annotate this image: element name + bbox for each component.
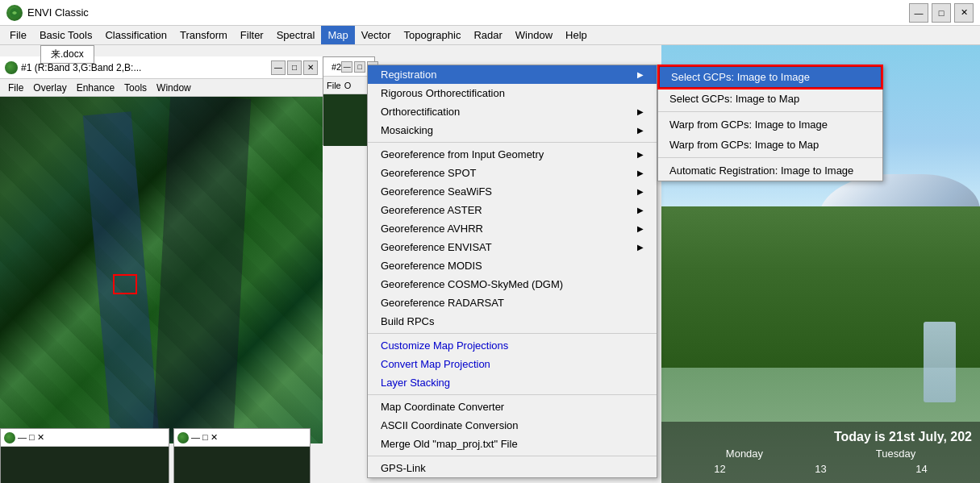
win1-menu-enhance[interactable]: Enhance [72,81,119,94]
maximize-button[interactable]: □ [932,3,951,23]
map-menu-coord-converter[interactable]: Map Coordinate Converter [368,398,657,416]
cal-num-12: 12 [714,463,725,475]
map-menu-georeference-modis[interactable]: Georeference MODIS [368,256,657,275]
map-menu-georeference-avhrr[interactable]: Georeference AVHRR ▶ [368,219,657,238]
docx-tab[interactable]: 来.docx [40,45,94,64]
menu-map[interactable]: Map [321,26,354,44]
mini-win2-icon [177,432,189,443]
map-menu-customize-projections[interactable]: Customize Map Projections [368,336,657,355]
window2-title: #2 [332,62,341,72]
geo-envisat-arrow: ▶ [637,243,644,252]
geo-input-arrow: ▶ [637,150,644,159]
win1-maximize[interactable]: □ [287,60,302,75]
mini-win2-title: — □ ✕ [191,432,218,443]
cal-num-13: 13 [815,463,826,475]
menu-classification[interactable]: Classification [98,26,173,44]
menu-help[interactable]: Help [559,26,594,44]
mini-win1-content [1,447,169,483]
date-text: Today is 21st July, 202 [669,430,972,444]
sep-3 [368,394,657,395]
cal-monday-label: Monday [726,448,763,460]
cal-monday: Monday [726,448,763,460]
calendar-days-row: Monday Tuesday [669,448,972,460]
menu-filter[interactable]: Filter [234,26,270,44]
window1-icon [5,61,18,74]
menu-vector[interactable]: Vector [355,26,398,44]
registration-arrow: ▶ [637,70,644,79]
reg-warp-gcps-map[interactable]: Warp from GCPs: Image to Map [658,135,882,155]
map-menu-registration[interactable]: Registration ▶ [368,65,657,84]
title-bar-controls: — □ ✕ [909,3,974,23]
window1-controls: — □ ✕ [271,60,318,75]
close-button[interactable]: ✕ [954,3,974,23]
mini-win2-titlebar: — □ ✕ [174,429,310,447]
map-menu-convert-projection[interactable]: Convert Map Projection [368,355,657,373]
map-menu-gps-link[interactable]: GPS-Link [368,459,657,477]
map-menu-mosaicking[interactable]: Mosaicking ▶ [368,121,657,139]
map-menu-merge-old[interactable]: Merge Old "map_proj.txt" File [368,435,657,453]
map-menu-georeference-envisat[interactable]: Georeference ENVISAT ▶ [368,238,657,256]
mini-win1-titlebar: — □ ✕ [1,429,169,447]
map-menu-georeference-spot[interactable]: Georeference SPOT ▶ [368,164,657,182]
win1-menu-overlay[interactable]: Overlay [28,81,71,94]
menu-file[interactable]: File [3,26,33,44]
calendar-numbers-row: 12 13 14 [669,463,972,475]
waterfall [924,322,956,402]
map-menu-georeference-seawifs[interactable]: Georeference SeaWiFS ▶ [368,182,657,201]
menu-topographic[interactable]: Topographic [398,26,468,44]
win2-maximize[interactable]: □ [354,61,365,73]
win1-menu-file[interactable]: File [3,81,28,94]
mini-window-1: — □ ✕ [0,428,169,483]
sep-2 [368,333,657,334]
main-menu-bar: File Basic Tools Classification Transfor… [0,26,980,45]
menu-radar[interactable]: Radar [467,26,508,44]
map-menu-georeference-radarsat[interactable]: Georeference RADARSAT [368,294,657,312]
menu-basic-tools[interactable]: Basic Tools [33,26,99,44]
map-menu-build-rpcs[interactable]: Build RPCs [368,312,657,331]
menu-window[interactable]: Window [509,26,559,44]
cal-tuesday-label: Tuesday [876,448,915,460]
reg-auto-registration[interactable]: Automatic Registration: Image to Image [658,160,882,181]
map-menu-georeference-aster[interactable]: Georeference ASTER ▶ [368,201,657,219]
red-rectangle-marker [113,274,137,294]
map-menu-ascii-conversion[interactable]: ASCII Coordinate Conversion [368,416,657,435]
image-window-1: #1 (R:Band 3,G:Band 2,B:... — □ ✕ File O… [0,56,323,443]
win1-close[interactable]: ✕ [303,60,318,75]
win2-menu-o[interactable]: O [344,81,352,90]
sep-4 [368,456,657,456]
win1-menu-window[interactable]: Window [152,81,196,94]
mini-win1-title: — □ ✕ [18,432,44,443]
registration-submenu: Select GCPs: Image to Image Select GCPs:… [657,65,883,181]
win2-menu-file[interactable]: File [327,81,341,90]
geo-avhrr-arrow: ▶ [637,224,644,233]
app-title: ENVI Classic [27,6,909,19]
geo-spot-arrow: ▶ [637,169,644,177]
win1-minimize[interactable]: — [271,60,286,75]
reg-select-gcps-map[interactable]: Select GCPs: Image to Map [658,89,882,109]
ortho-arrow: ▶ [637,107,644,116]
map-menu-georeference-cosmo[interactable]: Georeference COSMO-SkyMed (DGM) [368,275,657,294]
cal-tuesday: Tuesday [876,448,915,460]
win2-minimize[interactable]: — [341,61,352,73]
map-menu-orthorectification[interactable]: Orthorectification ▶ [368,102,657,121]
reg-warp-gcps-image[interactable]: Warp from GCPs: Image to Image [658,115,882,135]
envi-icon [6,5,23,21]
main-window: ENVI Classic — □ ✕ File Basic Tools Clas… [0,0,980,483]
map-menu-rigorous-ortho[interactable]: Rigorous Orthorectification [368,84,657,102]
minimize-button[interactable]: — [909,3,928,23]
menu-transform[interactable]: Transform [173,26,234,44]
geo-seawifs-arrow: ▶ [637,187,644,196]
map-menu-georeference-input[interactable]: Georeference from Input Geometry ▶ [368,145,657,164]
mosaicking-arrow: ▶ [637,126,644,135]
calendar-overlay: Today is 21st July, 202 Monday Tuesday 1… [661,422,980,483]
window1-menubar: File Overlay Enhance Tools Window [0,79,323,97]
mini-window-2: — □ ✕ [173,428,311,483]
satellite-image-1 [0,97,323,443]
reg-sep-2 [658,157,882,158]
win1-menu-tools[interactable]: Tools [119,81,152,94]
reg-select-gcps-image[interactable]: Select GCPs: Image to Image [658,65,882,89]
sep-1 [368,142,657,143]
menu-spectral[interactable]: Spectral [270,26,322,44]
map-dropdown-menu: Registration ▶ Rigorous Orthorectificati… [367,65,657,478]
map-menu-layer-stacking[interactable]: Layer Stacking [368,373,657,392]
